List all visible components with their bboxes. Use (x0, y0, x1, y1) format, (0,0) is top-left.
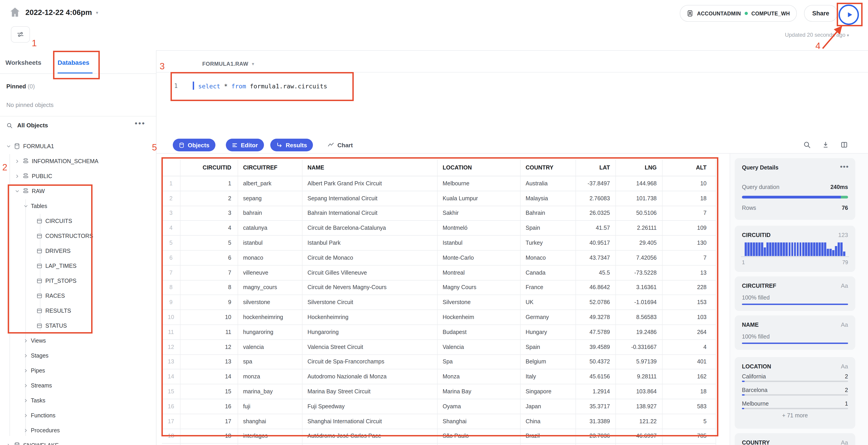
cell-country[interactable]: Turkey (521, 236, 576, 250)
cell-circuitid[interactable]: 4 (181, 221, 238, 236)
cell-lat[interactable]: -23.7036 (576, 429, 616, 444)
cell-location[interactable]: Monte-Carlo (438, 250, 521, 266)
cell-circuitref[interactable]: monza (238, 370, 303, 384)
cell-circuitid[interactable]: 17 (181, 414, 238, 429)
cell-circuitref[interactable]: sepang (238, 191, 303, 206)
split-view-button[interactable] (837, 138, 851, 151)
cell-circuitref[interactable]: albert_park (238, 176, 303, 191)
cell-country[interactable]: UK (521, 295, 576, 310)
cell-name[interactable]: Silverstone Circuit (303, 295, 438, 310)
chevron-right-icon[interactable] (23, 368, 29, 373)
cell-location[interactable]: Montreal (438, 266, 521, 280)
cell-country[interactable]: Spain (521, 340, 576, 355)
tree-item-snowflake[interactable]: SNOWFLAKE (0, 438, 156, 445)
cell-location[interactable]: Hockenheim (438, 310, 521, 325)
cell-circuitid[interactable]: 6 (181, 250, 238, 266)
cell-alt[interactable]: 401 (662, 354, 716, 370)
cell-country[interactable]: USA (521, 444, 576, 445)
cell-lng[interactable]: 2.26111 (616, 221, 662, 236)
chevron-down-icon[interactable] (23, 204, 29, 208)
cell-circuitref[interactable]: hungaroring (238, 325, 303, 340)
cell-lng[interactable]: 8.56583 (616, 310, 662, 325)
cell-circuitid[interactable]: 3 (181, 206, 238, 221)
share-button[interactable]: Share (804, 5, 837, 22)
column-header-country[interactable]: COUNTRY (521, 160, 576, 176)
chevron-right-icon[interactable] (5, 443, 12, 445)
all-objects-search[interactable]: All Objects (6, 122, 48, 129)
cell-location[interactable]: Oyama (438, 399, 521, 414)
tab-chart[interactable]: Chart (328, 139, 353, 151)
tab-databases[interactable]: Databases (58, 59, 89, 66)
cell-circuitid[interactable]: 1 (181, 176, 238, 191)
tab-results[interactable]: Results (270, 139, 313, 151)
tree-item-raw[interactable]: RAW (0, 183, 156, 199)
objects-menu-button[interactable]: ••• (135, 119, 146, 128)
cell-lat[interactable]: 41.57 (576, 221, 616, 236)
chevron-right-icon[interactable] (14, 159, 21, 163)
cell-location[interactable]: Montmeló (438, 221, 521, 236)
cell-name[interactable]: Marina Bay Street Circuit (303, 384, 438, 399)
cell-alt[interactable]: 18 (662, 384, 716, 399)
worksheet-title-dropdown[interactable]: 2022-12-22 4:06pm ▾ (25, 8, 98, 17)
cell-country[interactable]: Monaco (521, 250, 576, 266)
cell-lat[interactable]: 50.4372 (576, 354, 616, 370)
tree-item-formula1[interactable]: FORMULA1 (0, 139, 156, 153)
cell-alt[interactable]: 264 (662, 325, 716, 340)
chevron-down-icon[interactable] (14, 189, 21, 193)
cell-country[interactable]: Brazil (521, 429, 576, 444)
tree-item-information_schema[interactable]: INFORMATION_SCHEMA (0, 153, 156, 169)
cell-location[interactable]: Melbourne (438, 176, 521, 191)
cell-name[interactable]: Bahrain International Circuit (303, 206, 438, 221)
cell-name[interactable]: Circuit de Monaco (303, 250, 438, 266)
cell-lng[interactable]: 19.2486 (616, 325, 662, 340)
cell-lat[interactable]: 45.5 (576, 266, 616, 280)
tree-item-lap_times[interactable]: LAP_TIMES (0, 258, 156, 273)
cell-alt[interactable]: 785 (662, 429, 716, 444)
tree-item-races[interactable]: RACES (0, 288, 156, 303)
tree-item-streams[interactable]: Streams (0, 378, 156, 393)
cell-circuitid[interactable]: 14 (181, 370, 238, 384)
tab-objects[interactable]: Objects (173, 139, 215, 151)
cell-circuitref[interactable]: hockenheimring (238, 310, 303, 325)
column-header-lng[interactable]: LNG (616, 160, 662, 176)
tree-item-views[interactable]: Views (0, 333, 156, 348)
cell-circuitid[interactable]: 13 (181, 354, 238, 370)
cell-circuitref[interactable]: bahrain (238, 206, 303, 221)
cell-circuitref[interactable]: fuji (238, 399, 303, 414)
column-header-lat[interactable]: LAT (576, 160, 616, 176)
more-values-link[interactable]: + 71 more (735, 412, 855, 419)
cell-alt[interactable]: 228 (662, 280, 716, 295)
cell-lat[interactable]: 40.9517 (576, 236, 616, 250)
cell-alt[interactable]: 4 (662, 340, 716, 355)
cell-name[interactable]: Shanghai International Circuit (303, 414, 438, 429)
cell-country[interactable]: Bahrain (521, 206, 576, 221)
column-header-circuitref[interactable]: CIRCUITREF (238, 160, 303, 176)
cell-name[interactable]: Fuji Speedway (303, 399, 438, 414)
tab-worksheets[interactable]: Worksheets (5, 59, 41, 66)
chevron-right-icon[interactable] (23, 398, 29, 403)
cell-circuitref[interactable]: indianapolis (238, 444, 303, 445)
cell-country[interactable]: Canada (521, 266, 576, 280)
cell-lat[interactable]: 39.795 (576, 444, 616, 445)
cell-circuitref[interactable]: magny_cours (238, 280, 303, 295)
cell-circuitref[interactable]: silverstone (238, 295, 303, 310)
cell-location[interactable]: Valencia (438, 340, 521, 355)
cell-location[interactable]: Magny Cours (438, 280, 521, 295)
tab-editor[interactable]: Editor (226, 139, 264, 151)
cell-country[interactable]: Germany (521, 310, 576, 325)
cell-lng[interactable]: 50.5106 (616, 206, 662, 221)
cell-location[interactable]: Silverstone (438, 295, 521, 310)
cell-lat[interactable]: 35.3717 (576, 399, 616, 414)
cell-lat[interactable]: 43.7347 (576, 250, 616, 266)
sql-line[interactable]: select * from formula1.raw.circuits (198, 82, 327, 90)
cell-location[interactable]: Monza (438, 370, 521, 384)
cell-country[interactable]: Italy (521, 370, 576, 384)
column-header-name[interactable]: NAME (303, 160, 438, 176)
cell-name[interactable]: Autódromo José Carlos Pace (303, 429, 438, 444)
cell-circuitid[interactable]: 7 (181, 266, 238, 280)
cell-circuitid[interactable]: 11 (181, 325, 238, 340)
cell-name[interactable]: Circuit Gilles Villeneuve (303, 266, 438, 280)
cell-location[interactable]: Shanghai (438, 414, 521, 429)
cell-circuitref[interactable]: villeneuve (238, 266, 303, 280)
cell-circuitid[interactable]: 5 (181, 236, 238, 250)
